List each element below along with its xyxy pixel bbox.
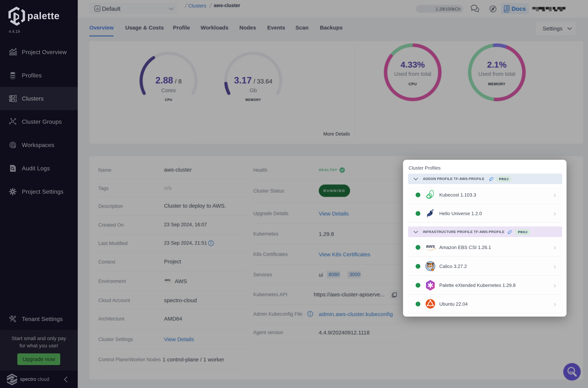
svg-text:aws: aws — [426, 243, 435, 249]
